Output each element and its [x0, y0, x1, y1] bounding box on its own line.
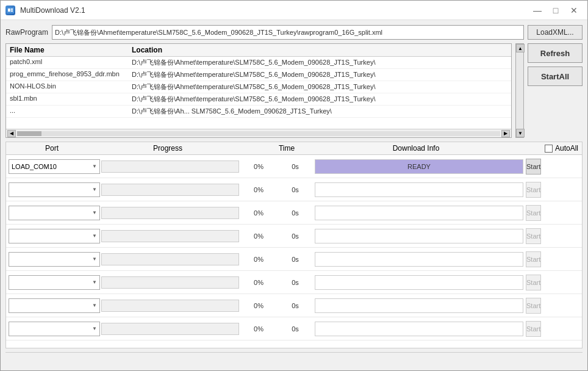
download-info-header: Download Info — [305, 142, 527, 154]
port-value: LOAD_COM10 — [12, 163, 57, 170]
time-label: 0s — [277, 209, 314, 217]
scroll-track[interactable] — [17, 131, 500, 136]
time-label: 0s — [277, 325, 314, 333]
port-cell: ▼ — [9, 275, 100, 290]
location-cell: D:\卢飞锦备份\Ahmet\temperature\SLM758C_5.6_M… — [132, 70, 507, 79]
port-cell: ▼ — [9, 252, 100, 267]
dropdown-arrow-icon: ▼ — [92, 187, 97, 192]
rawprogram-input[interactable] — [52, 25, 524, 40]
dropdown-arrow-icon: ▼ — [92, 303, 97, 308]
scroll-thumb[interactable] — [17, 131, 41, 136]
start-button[interactable]: Start — [526, 159, 541, 175]
port-select[interactable]: ▼ — [9, 275, 100, 290]
progress-cell — [100, 300, 240, 312]
right-button-panel: Refresh StartAll — [528, 43, 583, 138]
refresh-button[interactable]: Refresh — [528, 43, 583, 63]
download-section: Port Progress Time Download Info AutoAll… — [5, 142, 583, 348]
download-info — [315, 298, 523, 313]
scroll-down-arrow[interactable]: ▼ — [516, 129, 525, 137]
file-table-body: patch0.xml D:\卢飞锦备份\Ahmet\temperature\SL… — [6, 57, 511, 129]
percent-label: 0% — [240, 209, 277, 217]
download-row: LOAD_COM10 ▼ 0% 0s READY — [6, 155, 582, 178]
percent-label: 0% — [240, 279, 277, 286]
svg-rect-1 — [8, 9, 10, 12]
start-button[interactable]: Start — [526, 251, 541, 267]
port-select[interactable]: ▼ — [9, 229, 100, 243]
download-rows: LOAD_COM10 ▼ 0% 0s READY — [5, 154, 583, 348]
auto-all-label: AutoAll — [555, 144, 578, 153]
progress-cell — [100, 207, 240, 219]
port-cell: ▼ — [9, 206, 100, 220]
file-table-header: File Name Location — [6, 44, 511, 57]
main-window: MultiDownload V2.1 — □ ✕ RawProgram Load… — [0, 0, 588, 371]
download-row: ▼ 0% 0s Start — [6, 294, 582, 317]
start-button[interactable]: Start — [526, 275, 541, 290]
download-info — [315, 275, 523, 290]
port-select[interactable]: LOAD_COM10 ▼ — [9, 159, 100, 174]
time-label: 0s — [277, 302, 314, 309]
start-button[interactable]: Start — [526, 321, 541, 337]
percent-label: 0% — [240, 302, 277, 309]
port-select[interactable]: ▼ — [9, 206, 100, 220]
start-cell: Start — [525, 182, 579, 198]
loadxml-button[interactable]: LoadXML... — [528, 25, 583, 40]
port-select[interactable]: ▼ — [9, 298, 100, 313]
close-button[interactable]: ✕ — [565, 4, 583, 17]
dropdown-arrow-icon: ▼ — [92, 326, 97, 331]
download-info — [315, 322, 523, 336]
percent-header — [238, 146, 268, 150]
info-cell — [314, 182, 525, 197]
progress-cell — [100, 160, 240, 173]
progress-bar — [101, 207, 239, 219]
filename-cell: ... — [10, 107, 132, 116]
scroll-right-arrow[interactable]: ▶ — [501, 130, 510, 137]
table-row: patch0.xml D:\卢飞锦备份\Ahmet\temperature\SL… — [6, 57, 511, 69]
v-scroll-track[interactable] — [516, 52, 523, 129]
time-label: 0s — [277, 256, 314, 263]
time-label: 0s — [277, 232, 314, 240]
time-header: Time — [268, 142, 305, 154]
download-info — [315, 182, 523, 197]
start-cell: Start — [525, 275, 579, 290]
time-label: 0s — [277, 163, 314, 170]
download-row: ▼ 0% 0s Start — [6, 225, 582, 248]
port-select[interactable]: ▼ — [9, 252, 100, 267]
minimize-button[interactable]: — — [529, 4, 546, 17]
start-cell: Start — [525, 159, 579, 175]
scroll-up-arrow[interactable]: ▲ — [516, 44, 525, 52]
location-cell: D:\卢飞锦备份\Ahmet\temperature\SLM758C_5.6_M… — [132, 58, 507, 67]
info-cell — [314, 252, 525, 267]
auto-all-checkbox[interactable] — [545, 145, 553, 153]
progress-cell — [100, 276, 240, 289]
port-header: Port — [6, 142, 98, 154]
auto-all-container: AutoAll — [527, 143, 582, 154]
start-cell: Start — [525, 298, 579, 314]
app-icon — [5, 5, 15, 15]
table-row: prog_emmc_firehose_8953_ddr.mbn D:\卢飞锦备份… — [6, 69, 511, 81]
start-button[interactable]: Start — [526, 182, 541, 198]
start-button[interactable]: Start — [526, 205, 541, 221]
progress-bar — [101, 300, 239, 312]
download-row: ▼ 0% 0s Start — [6, 248, 582, 271]
progress-bar — [101, 253, 239, 265]
maximize-button[interactable]: □ — [547, 4, 564, 17]
dropdown-arrow-icon: ▼ — [92, 164, 97, 169]
location-col-header: Location — [132, 46, 507, 54]
start-cell: Start — [525, 205, 579, 221]
time-label: 0s — [277, 186, 314, 193]
scroll-left-arrow[interactable]: ◀ — [7, 130, 16, 137]
percent-label: 0% — [240, 256, 277, 263]
start-button[interactable]: Start — [526, 228, 541, 244]
vertical-scrollbar[interactable]: ▲ ▼ — [515, 43, 524, 138]
time-label: 0s — [277, 279, 314, 286]
start-button[interactable]: Start — [526, 298, 541, 314]
port-select[interactable]: ▼ — [9, 322, 100, 336]
info-cell — [314, 229, 525, 243]
info-cell: READY — [314, 159, 525, 174]
download-header-row: Port Progress Time Download Info AutoAll — [5, 142, 583, 154]
start-all-button[interactable]: StartAll — [528, 67, 583, 86]
download-info — [315, 252, 523, 267]
port-select[interactable]: ▼ — [9, 182, 100, 197]
table-row: sbl1.mbn D:\卢飞锦备份\Ahmet\temperature\SLM7… — [6, 93, 511, 106]
horizontal-scrollbar[interactable]: ◀ ▶ — [6, 129, 511, 137]
